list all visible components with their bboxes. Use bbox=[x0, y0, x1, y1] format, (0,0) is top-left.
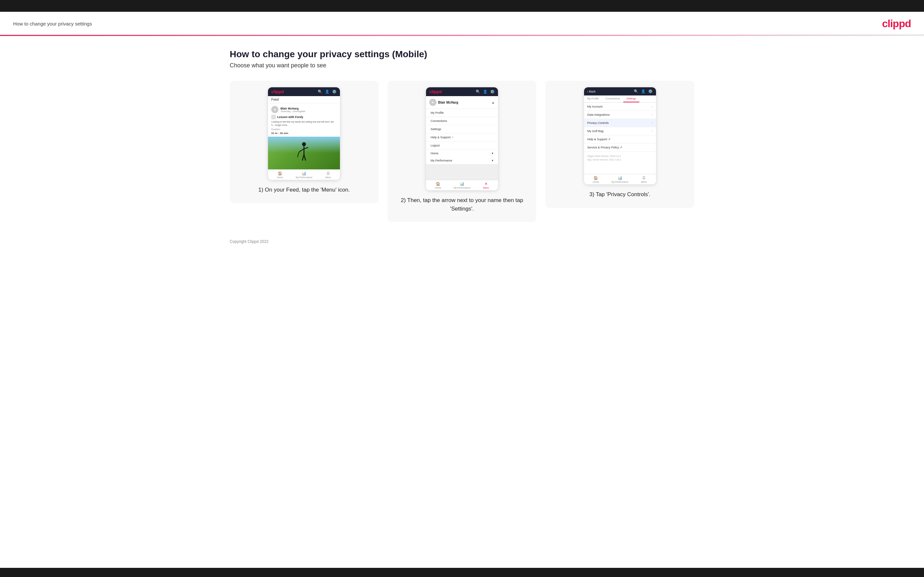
settings-serviceprivacy[interactable]: Service & Privacy Policy ↗ bbox=[584, 143, 656, 152]
nav3-performance[interactable]: 📊 My Performance bbox=[608, 174, 632, 184]
post-subtitle: Yesterday · Sunningdale bbox=[280, 110, 305, 113]
dataintegrations-chevron: › bbox=[652, 113, 653, 116]
phone3-icons: 🔍 👤 ⚙️ bbox=[634, 89, 653, 93]
search-icon-3: 🔍 bbox=[634, 89, 638, 93]
settings-icon-3: ⚙️ bbox=[648, 89, 653, 93]
menu-section-home[interactable]: Home ▾ bbox=[426, 150, 498, 157]
mygolfbag-label: My Golf Bag bbox=[587, 129, 604, 133]
bottom-bar bbox=[0, 568, 924, 577]
privacycontrols-label: Privacy Controls bbox=[587, 121, 609, 124]
nav-performance[interactable]: 📊 My Performance bbox=[292, 170, 316, 180]
page-heading: How to change your privacy settings (Mob… bbox=[230, 49, 694, 60]
menu-section-performance[interactable]: My Performance ▾ bbox=[426, 157, 498, 164]
nav-menu[interactable]: ☰ Menu bbox=[316, 170, 340, 180]
phone-mockup-2: clippd 🔍 👤 ⚙️ B Blair McHarg ▲ bbox=[426, 87, 498, 190]
settings-icon-2: ⚙️ bbox=[490, 90, 495, 94]
menu-item-connections[interactable]: Connections bbox=[426, 117, 498, 125]
menu-item-logout[interactable]: Logout bbox=[426, 142, 498, 150]
phone-mockup-3: ‹ Back 🔍 👤 ⚙️ My Profile Connections Set… bbox=[584, 87, 656, 184]
version-info: Clippd Client Version: 2022.8.3-3 GQL Se… bbox=[584, 152, 656, 164]
back-button[interactable]: ‹ Back bbox=[587, 90, 596, 93]
menu-item-helpsupport[interactable]: Help & Support bbox=[426, 134, 498, 142]
nav-home[interactable]: 🏠 Home bbox=[268, 170, 292, 180]
svg-line-2 bbox=[299, 149, 304, 152]
logo: clippd bbox=[882, 18, 911, 30]
settings-dataintegrations[interactable]: Data Integrations › bbox=[584, 111, 656, 119]
phone1-topbar: clippd 🔍 👤 ⚙️ bbox=[268, 87, 340, 96]
performance-icon-2: 📊 bbox=[460, 182, 464, 186]
lesson-icon bbox=[271, 115, 276, 119]
phone1-post: B Blair McHarg Yesterday · Sunningdale L… bbox=[268, 103, 340, 137]
step1-caption: 1) On your Feed, tap the 'Menu' icon. bbox=[258, 186, 350, 194]
menu-username: B Blair McHarg bbox=[429, 99, 459, 106]
post-user-info: Blair McHarg Yesterday · Sunningdale bbox=[280, 107, 305, 113]
phone3-bottom-nav: 🏠 Home 📊 My Performance ☰ Menu bbox=[584, 174, 656, 184]
nav-menu-label: Menu bbox=[325, 176, 331, 179]
section-home-chevron: ▾ bbox=[492, 152, 493, 155]
nav3-menu[interactable]: ☰ Menu bbox=[632, 174, 656, 184]
search-icon-2: 🔍 bbox=[476, 90, 480, 94]
nav-performance-label: My Performance bbox=[296, 176, 312, 179]
tab-connections[interactable]: Connections bbox=[602, 95, 623, 102]
step-card-2: clippd 🔍 👤 ⚙️ B Blair McHarg ▲ bbox=[388, 81, 536, 222]
user-icon-2: 👤 bbox=[483, 90, 488, 94]
settings-privacycontrols[interactable]: Privacy Controls › bbox=[584, 119, 656, 127]
mygolfbag-chevron: › bbox=[652, 129, 653, 133]
section-home-label: Home bbox=[431, 152, 438, 155]
performance-icon-3: 📊 bbox=[618, 176, 622, 180]
duration-label: Duration bbox=[271, 128, 337, 131]
phone2-topbar: clippd 🔍 👤 ⚙️ bbox=[426, 87, 498, 96]
section-performance-chevron: ▾ bbox=[492, 159, 493, 162]
nav2-menu[interactable]: ✕ Menu bbox=[474, 180, 498, 190]
tab-settings[interactable]: Settings bbox=[623, 95, 639, 102]
nav-home-label: Home bbox=[277, 176, 283, 179]
nav2-home-label: Home bbox=[435, 187, 441, 189]
post-text: Looking to feel like my hands are exitin… bbox=[271, 120, 337, 127]
search-icon: 🔍 bbox=[318, 90, 322, 94]
phone3-tabs: My Profile Connections Settings bbox=[584, 95, 656, 103]
settings-spacer bbox=[584, 164, 656, 174]
svg-line-4 bbox=[304, 147, 308, 149]
post-name: Blair McHarg bbox=[280, 107, 305, 110]
settings-icon: ⚙️ bbox=[332, 90, 337, 94]
page-footer: Copyright Clippd 2022 bbox=[216, 229, 708, 264]
tab-myprofile[interactable]: My Profile bbox=[584, 95, 603, 102]
phone1-icons: 🔍 👤 ⚙️ bbox=[318, 90, 337, 94]
home-icon: 🏠 bbox=[278, 171, 283, 176]
menu-icon: ☰ bbox=[326, 171, 330, 176]
step3-caption: 3) Tap 'Privacy Controls'. bbox=[589, 190, 651, 199]
page-header: How to change your privacy settings clip… bbox=[0, 12, 924, 35]
phone1-logo: clippd bbox=[271, 89, 284, 94]
step-card-1: clippd 🔍 👤 ⚙️ Feed B Blair McHarg bbox=[230, 81, 378, 203]
nav2-performance[interactable]: 📊 My Performance bbox=[450, 180, 474, 190]
overlay-spacer bbox=[426, 164, 498, 180]
duration-value: 01 hr : 30 min bbox=[271, 132, 337, 135]
menu-user-label: Blair McHarg bbox=[438, 101, 459, 104]
lesson-title: Lesson with Fordy bbox=[277, 115, 303, 119]
header-title: How to change your privacy settings bbox=[13, 21, 92, 26]
helpsupport-label: Help & Support ↗ bbox=[587, 138, 611, 141]
menu-user-row[interactable]: B Blair McHarg ▲ bbox=[426, 96, 498, 109]
client-version: Clippd Client Version: 2022.8.3-3 bbox=[587, 154, 653, 158]
nav3-home[interactable]: 🏠 Home bbox=[584, 174, 608, 184]
performance-icon: 📊 bbox=[302, 171, 306, 176]
settings-helpsupport[interactable]: Help & Support ↗ bbox=[584, 135, 656, 143]
user-icon-3: 👤 bbox=[641, 89, 646, 93]
close-icon: ✕ bbox=[485, 182, 488, 186]
nav2-menu-label: Menu bbox=[483, 187, 489, 189]
myaccount-chevron: › bbox=[652, 105, 653, 108]
nav2-home[interactable]: 🏠 Home bbox=[426, 180, 450, 190]
server-version: GQL Server Version: 2022.7.30-1 bbox=[587, 158, 653, 161]
menu-chevron-up: ▲ bbox=[491, 101, 495, 104]
menu-item-myprofile[interactable]: My Profile bbox=[426, 109, 498, 117]
serviceprivacy-label: Service & Privacy Policy ↗ bbox=[587, 146, 623, 149]
settings-myaccount[interactable]: My Account › bbox=[584, 103, 656, 111]
menu-icon-3: ☰ bbox=[642, 176, 646, 180]
settings-mygolfbag[interactable]: My Golf Bag › bbox=[584, 127, 656, 135]
phone2-bottom-nav: 🏠 Home 📊 My Performance ✕ Menu bbox=[426, 180, 498, 190]
golfer-svg bbox=[296, 142, 312, 164]
user-icon: 👤 bbox=[325, 90, 330, 94]
myaccount-label: My Account bbox=[587, 105, 603, 108]
menu-item-settings[interactable]: Settings bbox=[426, 125, 498, 134]
feed-label: Feed bbox=[268, 96, 340, 103]
